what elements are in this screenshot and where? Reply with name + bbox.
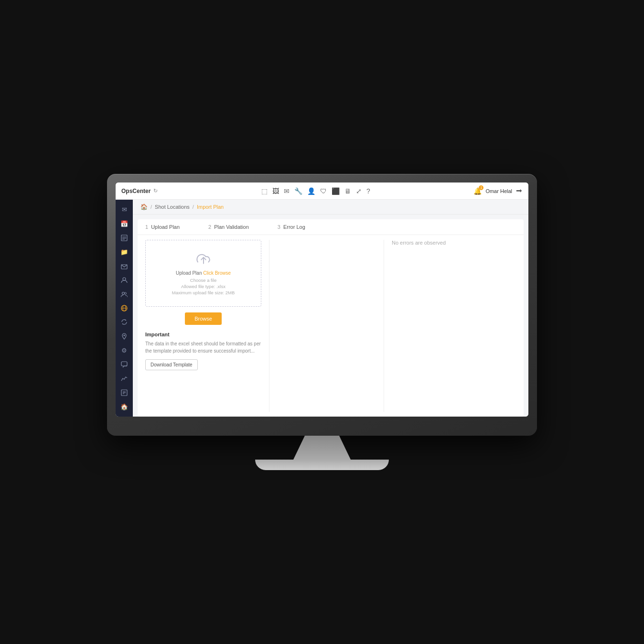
sidebar-item-messages[interactable]: ✉ (118, 204, 131, 215)
cloud-upload-icon (194, 251, 213, 267)
upload-dropzone[interactable]: Upload Plan Click Browse Choose a file A… (145, 240, 261, 307)
monitor-stand-neck (293, 436, 351, 460)
three-col-layout: Upload Plan Click Browse Choose a file A… (138, 235, 524, 417)
svg-point-6 (122, 292, 125, 294)
important-title: Important (145, 332, 261, 337)
sidebar-item-sync[interactable] (118, 316, 131, 328)
browse-button[interactable]: Browse (185, 312, 222, 325)
sidebar-item-files[interactable]: 📁 (118, 246, 131, 258)
breadcrumb-current: Import Plan (197, 204, 224, 210)
wrench-icon[interactable]: 🔧 (294, 187, 302, 195)
breadcrumb-parent[interactable]: Shot Locations (155, 204, 190, 210)
notification-badge: 1 (479, 185, 483, 190)
step-1-label: Upload Plan (151, 224, 180, 230)
topbar-icons: ⬚ 🖼 ✉ 🔧 👤 🛡 ⬛ 🖥 ⤢ ? (261, 187, 370, 195)
external-link-icon[interactable]: ⬛ (332, 187, 340, 195)
sidebar-item-analytics[interactable] (118, 373, 131, 385)
breadcrumb: 🏠 / Shot Locations / Import Plan (133, 200, 528, 215)
sidebar-item-chat[interactable] (118, 358, 131, 370)
topbar-left: OpsCenter ↻ (121, 188, 158, 194)
topbar-right: 🔔 1 Omar Helal ⮕ (473, 187, 523, 195)
topbar: OpsCenter ↻ ⬚ 🖼 ✉ 🔧 👤 🛡 ⬛ 🖥 ⤢ ? (116, 182, 528, 200)
expand-icon[interactable]: ⤢ (356, 187, 362, 195)
plan-validation-column (269, 240, 384, 412)
allowed-types-hint: Allowed file type: .xlsx (181, 284, 225, 289)
step-2-number: 2 (208, 224, 211, 230)
notification-bell[interactable]: 🔔 1 (473, 187, 482, 195)
sidebar-item-settings[interactable]: ⚙ (118, 344, 131, 356)
upload-column: Upload Plan Click Browse Choose a file A… (145, 240, 269, 412)
help-icon[interactable]: ? (366, 187, 370, 195)
sidebar-item-reports[interactable] (118, 232, 131, 244)
sidebar-item-users[interactable] (118, 288, 131, 300)
breadcrumb-sep2: / (193, 204, 194, 210)
svg-rect-12 (121, 362, 127, 366)
step-3: 3 Error Log (278, 224, 305, 230)
max-size-hint: Maximum upload file size: 2MB (172, 290, 235, 295)
image-icon[interactable]: 🖼 (272, 187, 279, 195)
step-1: 1 Upload Plan (145, 224, 180, 230)
no-errors-text: No errors are observed (392, 238, 446, 246)
monitor-icon[interactable]: 🖥 (344, 187, 351, 195)
mail-icon[interactable]: ✉ (284, 187, 290, 195)
sidebar-item-home[interactable]: 🏠 (118, 401, 131, 413)
refresh-icon[interactable]: ↻ (153, 188, 158, 194)
step-2-label: Plan Validation (214, 224, 249, 230)
svg-point-11 (124, 334, 125, 336)
step-3-number: 3 (278, 224, 280, 230)
browse-link[interactable]: Click Browse (203, 270, 231, 276)
important-section: Important The data in the excel sheet sh… (145, 332, 261, 370)
logout-icon[interactable]: ⮕ (516, 187, 523, 195)
main-layout: ✉ 📅 📁 (116, 200, 528, 417)
steps-panel: 1 Upload Plan 2 Plan Validation 3 Error … (138, 219, 524, 417)
step-2: 2 Plan Validation (208, 224, 249, 230)
content-area: 🏠 / Shot Locations / Import Plan 1 (133, 200, 528, 417)
monitor-stand-base (255, 460, 389, 470)
sidebar-item-list[interactable] (118, 386, 131, 398)
breadcrumb-home-icon[interactable]: 🏠 (140, 204, 148, 210)
person-icon[interactable]: 👤 (307, 187, 315, 195)
choose-file-hint: Choose a file (190, 278, 216, 283)
shield-icon[interactable]: 🛡 (320, 187, 327, 195)
sidebar: ✉ 📅 📁 (116, 200, 133, 417)
step-3-label: Error Log (283, 224, 305, 230)
upload-main-text: Upload Plan Click Browse (176, 270, 231, 276)
sidebar-item-calendar[interactable]: 📅 (118, 217, 131, 229)
sidebar-item-inbox[interactable] (118, 260, 131, 272)
important-description: The data in the excel sheet should be fo… (145, 340, 261, 354)
steps-header: 1 Upload Plan 2 Plan Validation 3 Error … (138, 219, 524, 235)
svg-point-7 (125, 292, 127, 294)
sidebar-item-user[interactable] (118, 274, 131, 286)
step-1-number: 1 (145, 224, 148, 230)
sidebar-item-location[interactable] (118, 330, 131, 342)
copy-icon[interactable]: ⬚ (261, 187, 268, 195)
svg-point-5 (123, 278, 126, 280)
app-logo: OpsCenter (121, 188, 150, 194)
download-template-button[interactable]: Download Template (145, 359, 198, 370)
breadcrumb-sep1: / (150, 204, 152, 210)
error-log-column: No errors are observed (384, 240, 516, 412)
sidebar-item-globe[interactable] (118, 302, 131, 314)
user-name: Omar Helal (485, 188, 512, 194)
